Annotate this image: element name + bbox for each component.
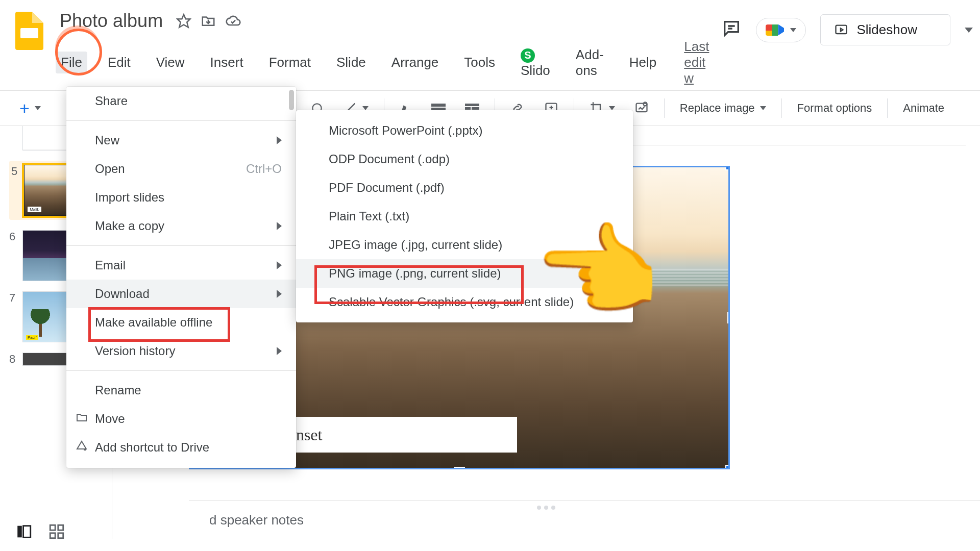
cloud-saved-icon[interactable]: [225, 13, 241, 29]
svg-rect-22: [50, 533, 55, 538]
chevron-down-icon: [609, 106, 615, 110]
pager-dots: [537, 506, 555, 510]
new-slide-button[interactable]: +: [15, 95, 45, 121]
slideshow-dropdown-icon[interactable]: [965, 28, 973, 33]
download-odp[interactable]: ODP Document (.odp): [296, 145, 633, 173]
menu-slide[interactable]: Slide: [331, 52, 371, 73]
file-menu-make-available-offline[interactable]: Make available offline: [66, 308, 296, 337]
slides-logo-icon: [15, 12, 43, 50]
format-options-button[interactable]: Format options: [793, 98, 876, 118]
header-actions: Slideshow: [721, 9, 973, 45]
svg-rect-20: [50, 525, 55, 530]
menu-arrange[interactable]: Arrange: [386, 52, 444, 73]
file-menu-rename[interactable]: Rename: [66, 376, 296, 405]
filmstrip-view-icon[interactable]: [15, 523, 33, 543]
file-menu-email[interactable]: Email: [66, 251, 296, 280]
speaker-notes[interactable]: d speaker notes: [189, 500, 980, 539]
svg-marker-2: [841, 28, 843, 31]
slido-icon: S: [521, 48, 535, 63]
animate-button[interactable]: Animate: [899, 98, 948, 118]
star-icon[interactable]: [176, 13, 191, 29]
svg-rect-16: [636, 104, 647, 112]
slideshow-label: Slideshow: [856, 22, 917, 38]
menu-tools[interactable]: Tools: [459, 52, 500, 73]
menu-format[interactable]: Format: [264, 52, 316, 73]
svg-rect-21: [58, 525, 63, 530]
file-menu-download[interactable]: Download: [66, 280, 296, 308]
chevron-down-icon: [362, 106, 369, 110]
chevron-right-icon: [277, 261, 282, 269]
drive-shortcut-icon: [76, 440, 88, 455]
svg-rect-18: [17, 526, 22, 538]
annotation-pointing-hand-icon: 👉: [536, 220, 664, 322]
svg-rect-6: [431, 104, 446, 106]
thumb-number: 8: [9, 353, 18, 366]
google-meet-icon: [766, 22, 784, 38]
chevron-right-icon: [277, 222, 282, 230]
file-menu-make-a-copy[interactable]: Make a copy: [66, 212, 296, 240]
chevron-right-icon: [277, 347, 282, 355]
svg-rect-9: [465, 104, 479, 106]
chevron-down-icon: [35, 106, 41, 110]
chevron-down-icon: [760, 106, 766, 110]
menu-view[interactable]: View: [151, 52, 190, 73]
menu-bar: File Edit View Insert Format Slide Arran…: [56, 35, 709, 90]
last-edit-link[interactable]: Last edit w: [684, 39, 709, 86]
file-menu-add-shortcut[interactable]: Add shortcut to Drive: [66, 433, 296, 462]
svg-rect-10: [465, 108, 470, 109]
comments-icon[interactable]: [721, 18, 742, 41]
view-switcher: [15, 523, 65, 543]
file-menu-import-slides[interactable]: Import slides: [66, 183, 296, 212]
download-pptx[interactable]: Microsoft PowerPoint (.pptx): [296, 116, 633, 145]
file-menu-dropdown: Share New OpenCtrl+O Import slides Make …: [66, 87, 296, 468]
menu-slido[interactable]: SSlido: [516, 43, 555, 82]
menu-insert[interactable]: Insert: [205, 52, 249, 73]
thumb-number: 7: [9, 291, 18, 305]
file-menu-share[interactable]: Share: [66, 87, 296, 115]
menu-help[interactable]: Help: [624, 52, 662, 73]
slideshow-button[interactable]: Slideshow: [820, 14, 950, 45]
svg-rect-23: [58, 533, 63, 538]
replace-image-button[interactable]: Replace image: [676, 98, 770, 118]
menu-addons[interactable]: Add-ons: [571, 44, 609, 82]
folder-icon: [76, 411, 88, 427]
file-menu-new[interactable]: New: [66, 126, 296, 155]
chevron-down-icon: [790, 28, 796, 32]
meet-button[interactable]: [756, 18, 806, 42]
svg-rect-7: [431, 108, 446, 110]
chevron-right-icon: [277, 290, 282, 298]
download-pdf[interactable]: PDF Document (.pdf): [296, 173, 633, 202]
file-menu-open[interactable]: OpenCtrl+O: [66, 155, 296, 183]
svg-rect-11: [472, 108, 479, 109]
svg-rect-19: [23, 526, 31, 538]
menu-edit[interactable]: Edit: [103, 52, 136, 73]
thumb-number: 6: [9, 230, 18, 243]
chevron-right-icon: [277, 136, 282, 144]
file-menu-version-history[interactable]: Version history: [66, 337, 296, 365]
grid-view-icon[interactable]: [48, 523, 65, 543]
svg-marker-0: [178, 15, 190, 28]
thumb-number: 5: [11, 165, 20, 178]
mask-image-button[interactable]: [630, 98, 653, 118]
move-to-folder-icon[interactable]: [201, 13, 216, 29]
file-menu-move[interactable]: Move: [66, 405, 296, 433]
annotation-circle-file: [55, 29, 102, 76]
title-bar: Photo album File Edit View Insert Format…: [0, 0, 980, 90]
